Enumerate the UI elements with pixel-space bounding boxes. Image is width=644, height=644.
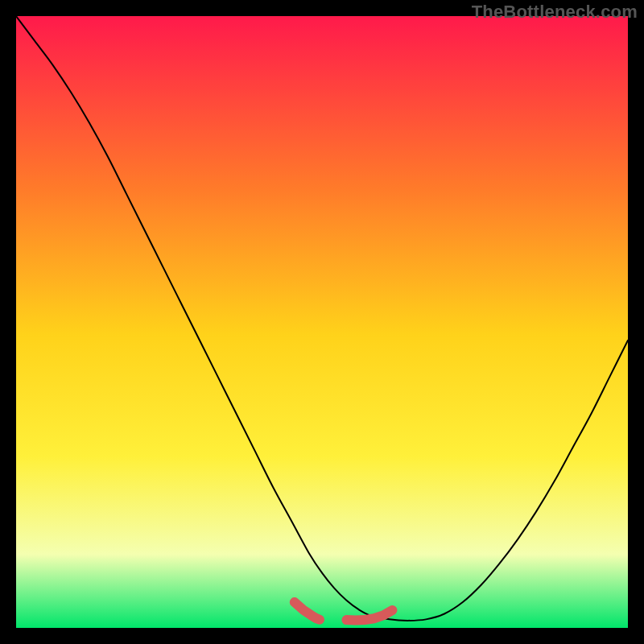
gradient-background	[16, 16, 628, 628]
plot-svg	[16, 16, 628, 628]
chart-frame: TheBottleneck.com	[0, 0, 644, 644]
watermark-text: TheBottleneck.com	[472, 2, 638, 23]
plot-area	[16, 16, 628, 628]
